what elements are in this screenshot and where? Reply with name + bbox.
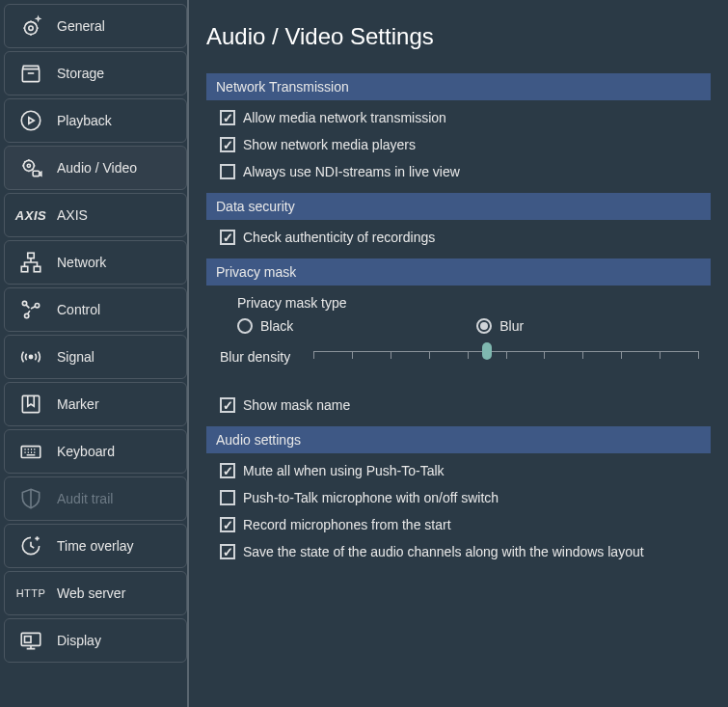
sidebar-item-label: Display bbox=[57, 633, 101, 648]
gear-sparkle-icon bbox=[16, 12, 45, 41]
checkbox-icon bbox=[220, 517, 235, 532]
checkbox-mute-ptt[interactable]: Mute all when using Push-To-Talk bbox=[220, 463, 699, 478]
sidebar-item-label: Signal bbox=[57, 349, 94, 365]
svg-rect-7 bbox=[28, 253, 35, 258]
svg-rect-9 bbox=[34, 266, 40, 271]
gear-camera-icon bbox=[16, 153, 45, 182]
checkbox-label: Record microphones from the start bbox=[243, 517, 451, 532]
storage-box-icon bbox=[16, 59, 45, 88]
radio-blur[interactable]: Blur bbox=[476, 318, 524, 334]
checkbox-icon bbox=[220, 463, 235, 478]
bookmark-icon bbox=[16, 390, 45, 419]
sidebar-item-audit-trail: Audit trail bbox=[4, 476, 187, 521]
svg-point-13 bbox=[29, 355, 32, 358]
svg-point-5 bbox=[27, 164, 30, 167]
sidebar-item-general[interactable]: General bbox=[4, 4, 187, 48]
axis-logo-icon: AXIS bbox=[16, 201, 45, 230]
checkbox-icon bbox=[220, 397, 235, 413]
sidebar-item-control[interactable]: Control bbox=[4, 287, 187, 332]
svg-rect-17 bbox=[25, 637, 32, 643]
checkbox-label: Show network media players bbox=[243, 137, 416, 152]
sidebar-item-label: Storage bbox=[57, 66, 104, 81]
section-header-privacy: Privacy mask bbox=[206, 258, 711, 286]
checkbox-record-mics[interactable]: Record microphones from the start bbox=[220, 517, 699, 532]
svg-point-3 bbox=[21, 111, 40, 130]
checkbox-label: Push-to-Talk microphone with on/off swit… bbox=[243, 490, 499, 505]
section-header-security: Data security bbox=[206, 193, 711, 220]
sidebar-item-signal[interactable]: Signal bbox=[4, 335, 187, 379]
display-icon bbox=[16, 626, 45, 655]
main-panel: Audio / Video Settings Network Transmiss… bbox=[189, 0, 728, 707]
section-body-network: Allow media network transmission Show ne… bbox=[206, 100, 711, 191]
sidebar-item-time-overlay[interactable]: Time overlay bbox=[4, 524, 187, 568]
sidebar-item-axis[interactable]: AXIS AXIS bbox=[4, 193, 187, 237]
sidebar-item-storage[interactable]: Storage bbox=[4, 51, 187, 95]
sidebar-item-label: Time overlay bbox=[57, 538, 134, 554]
sidebar-item-playback[interactable]: Playback bbox=[4, 98, 187, 143]
checkbox-label: Always use NDI-streams in live view bbox=[243, 164, 460, 179]
checkbox-save-audio-state[interactable]: Save the state of the audio channels alo… bbox=[220, 544, 699, 559]
sidebar-item-keyboard[interactable]: Keyboard bbox=[4, 429, 187, 474]
checkbox-icon bbox=[220, 490, 235, 505]
svg-point-10 bbox=[22, 301, 26, 305]
svg-point-11 bbox=[35, 304, 39, 308]
keyboard-icon bbox=[16, 437, 45, 466]
radio-icon bbox=[237, 318, 253, 334]
sidebar-item-label: Keyboard bbox=[57, 444, 115, 459]
shield-icon bbox=[16, 484, 45, 513]
sidebar-item-display[interactable]: Display bbox=[4, 618, 187, 663]
checkbox-allow-media-transmission[interactable]: Allow media network transmission bbox=[220, 110, 699, 125]
checkbox-show-network-players[interactable]: Show network media players bbox=[220, 137, 699, 152]
sidebar-item-label: Audit trail bbox=[57, 491, 113, 506]
slider-thumb[interactable] bbox=[482, 342, 492, 360]
checkbox-label: Show mask name bbox=[243, 397, 350, 413]
svg-point-12 bbox=[25, 313, 29, 317]
page-title: Audio / Video Settings bbox=[206, 23, 711, 50]
sidebar: General Storage Playback Audio / Video A… bbox=[0, 0, 189, 707]
checkbox-label: Check authenticity of recordings bbox=[243, 230, 435, 245]
sidebar-item-label: Playback bbox=[57, 113, 112, 128]
svg-rect-6 bbox=[33, 171, 39, 176]
play-circle-icon bbox=[16, 106, 45, 135]
checkbox-icon bbox=[220, 230, 235, 245]
blur-density-slider[interactable] bbox=[313, 345, 699, 368]
sidebar-item-label: Control bbox=[57, 302, 100, 317]
sidebar-item-label: Audio / Video bbox=[57, 160, 137, 176]
nodes-icon bbox=[16, 295, 45, 324]
checkbox-icon bbox=[220, 544, 235, 559]
svg-point-1 bbox=[29, 26, 33, 30]
sidebar-item-audio-video[interactable]: Audio / Video bbox=[4, 146, 187, 190]
checkbox-label: Mute all when using Push-To-Talk bbox=[243, 463, 445, 478]
network-tree-icon bbox=[16, 248, 45, 277]
sidebar-item-label: Marker bbox=[57, 396, 99, 412]
checkbox-icon bbox=[220, 110, 235, 125]
slider-ticks bbox=[313, 351, 699, 359]
radio-black[interactable]: Black bbox=[237, 318, 293, 334]
section-body-privacy: Privacy mask type Black Blur Blur densit… bbox=[206, 286, 711, 424]
checkbox-ndi-streams[interactable]: Always use NDI-streams in live view bbox=[220, 164, 699, 179]
sidebar-item-network[interactable]: Network bbox=[4, 240, 187, 285]
clock-plus-icon bbox=[16, 531, 45, 560]
sidebar-item-label: Web server bbox=[57, 585, 125, 601]
radio-label: Blur bbox=[499, 318, 524, 334]
checkbox-check-authenticity[interactable]: Check authenticity of recordings bbox=[220, 230, 699, 245]
section-body-audio: Mute all when using Push-To-Talk Push-to… bbox=[206, 453, 711, 571]
section-header-network: Network Transmission bbox=[206, 73, 711, 100]
signal-waves-icon bbox=[16, 342, 45, 371]
sidebar-item-marker[interactable]: Marker bbox=[4, 382, 187, 426]
radio-label: Black bbox=[260, 318, 293, 334]
privacy-mask-type-label: Privacy mask type bbox=[220, 295, 699, 311]
sidebar-item-label: General bbox=[57, 18, 105, 34]
svg-rect-8 bbox=[21, 266, 28, 271]
sidebar-item-label: Network bbox=[57, 255, 106, 270]
radio-icon bbox=[476, 318, 492, 334]
checkbox-icon bbox=[220, 164, 235, 179]
svg-rect-2 bbox=[22, 69, 39, 82]
checkbox-label: Save the state of the audio channels alo… bbox=[243, 544, 644, 559]
section-header-audio: Audio settings bbox=[206, 426, 711, 453]
checkbox-ptt-switch[interactable]: Push-to-Talk microphone with on/off swit… bbox=[220, 490, 699, 505]
sidebar-item-label: AXIS bbox=[57, 207, 88, 223]
checkbox-show-mask-name[interactable]: Show mask name bbox=[220, 397, 699, 413]
checkbox-label: Allow media network transmission bbox=[243, 110, 446, 125]
sidebar-item-web-server[interactable]: HTTP Web server bbox=[4, 571, 187, 615]
